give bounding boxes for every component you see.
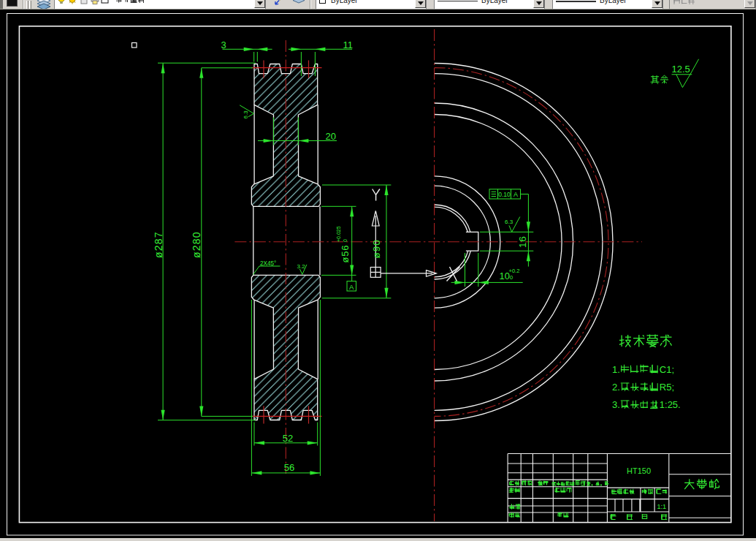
title-block-role-0: 设计 [508,488,520,494]
tech-req-cast-fillet-suffix: R5; [660,382,674,393]
title-block-field-0: 阶段标记 [611,489,635,496]
title-block: HT150 1:1 大带轮 标记 处数 分区 更改文件号 签名 年、月、日 设计… [508,466,719,522]
tech-req-title: 技术要求 [618,336,673,351]
linetype-value: ByLayer [481,0,508,4]
dim-text-chamfer: 2X45° [260,260,276,267]
linetype-dropdown[interactable]: ByLayer [434,0,545,10]
tech-req-unnoted-chamfer-num: 1. [612,364,620,375]
drawing-svg: 3 11 20 ø287 ø280 ø56 +0.025 0 ø90 52 56… [0,10,756,538]
layer-color-swatch [102,0,108,3]
tech-req-cast-draft-num: 3. [612,399,620,410]
lineweight-dropdown-arrow[interactable] [652,0,663,8]
title-block-header-2: 分区 [538,481,549,488]
title-block-header-4: 签名 [575,481,586,488]
color-value: ByLayer [331,0,358,4]
color-dropdown-arrow[interactable] [415,0,426,8]
toolbar: 粗实线层 ByLayer ByLayer ByLayer 随颜色 [0,0,756,10]
toolbar-separator [23,0,24,10]
paper-border [7,14,744,536]
datum-box-label: A [349,283,354,291]
roughness-rim-side: 6.3 [243,110,249,119]
title-block-role-3: 工艺 [508,512,520,519]
dim-text-hub-dia: ø90 [371,239,382,258]
title-block-sheet-1: 张 [627,515,633,522]
title-block-header-1: 处数 [521,481,533,488]
dim-text-bore-dia: ø56 [340,245,351,263]
title-block-sheet-0: 共 [610,515,616,522]
title-block-header-0: 标记 [508,481,521,488]
plotstyle-dropdown[interactable]: 随颜色 [669,0,756,10]
toolbar-grip[interactable] [26,1,28,9]
layer-previous-icon[interactable] [291,0,307,10]
title-block-material: HT150 [627,466,651,475]
dim-text-bore-tol-lower: 0 [343,239,348,242]
tech-req-cast-draft-text: 铸造斜度 [619,401,659,412]
title-block-part-name: 大带轮 [684,480,718,492]
dimension-texts: 3 11 20 ø287 ø280 ø56 +0.025 0 ø90 52 56… [153,39,690,473]
lineweight-sample [556,1,596,2]
surface-note-prefix: 其余 [650,76,669,87]
swatch-tool-icon[interactable] [7,0,18,10]
tech-req-unnoted-chamfer-suffix: C1; [660,364,674,375]
dim-text-keyway-width: 16 [517,235,528,248]
make-layer-current-icon[interactable] [272,0,288,10]
dim-text-keyway-tol-upper: +0.2 [509,268,520,274]
roughness-keyway: 6.3 [505,219,513,225]
tech-req-cast-fillet-text: 铸造圆角 [619,383,659,394]
layer-name: 粗实线层 [55,0,81,5]
dim-text-web-thickness: 20 [326,131,336,142]
plotstyle-dropdown-arrow [744,0,755,8]
drawing-canvas[interactable]: 3 11 20 ø287 ø280 ø56 +0.025 0 ø90 52 56… [0,10,756,538]
layer-manager-icon[interactable] [35,0,53,10]
toolbar-separator-2 [310,0,311,10]
title-block-field-1: 重量 [641,489,653,496]
title-block-role-2: 审核 [509,504,521,511]
status-bar-fragment [0,538,756,541]
tech-req-unnoted-chamfer-text: 未注倒角 [620,365,659,376]
toolbar-grip-2[interactable] [29,1,31,9]
toolbar-left-fragment [0,0,3,10]
surface-note-value: 12.5 [672,64,690,75]
title-block-field-2: 比例 [656,489,668,496]
tech-req-cast-draft-suffix: 1:25. [660,399,681,410]
dim-text-groove-offset: 3 [221,39,226,50]
color-swatch [319,0,326,4]
dim-text-outer-dia: ø287 [153,231,164,258]
dim-text-keyway-tol-lower: 0 [510,274,513,281]
dim-text-hub-length: 56 [284,462,294,473]
roughness-bore: 3.2 [297,263,306,270]
title-block-sheet-3: 张 [661,515,668,522]
plotstyle-value: 随颜色 [670,0,690,5]
linetype-sample [438,1,478,1]
title-block-header-3: 更改文件号 [552,482,575,487]
title-block-role-4: 批准 [557,512,569,519]
gdt-tolerance-text: 0.10 [498,191,511,198]
lineweight-value: ByLayer [600,0,627,4]
linetype-dropdown-arrow[interactable] [533,0,544,8]
dim-text-rim-width: 52 [283,433,293,444]
ucs-y-label: Y [372,190,380,203]
gdt-datum-text: A [513,191,518,198]
pick-box-marker [132,43,137,48]
layer-plot-icon[interactable] [91,0,99,4]
title-block-scale-value: 1:1 [657,503,667,510]
title-block-role-1: 标准化 [554,488,572,494]
tech-req-cast-fillet-num: 2. [612,382,620,393]
dim-text-bore-tol-upper: +0.025 [336,226,341,242]
layer-unlock-icon[interactable] [81,0,87,4]
ucs-x-label: X [445,269,456,284]
color-dropdown[interactable]: ByLayer [316,0,427,10]
dim-text-groove-width: 11 [343,39,354,50]
application-window: { "app": { "name": "AutoCAD drawing area… [0,0,756,541]
layer-dropdown-arrow[interactable] [254,0,265,8]
dim-text-pitch-dia: ø280 [191,231,202,258]
title-block-header-5: 年、月、日 [587,482,609,488]
title-block-sheet-2: 第 [641,515,648,522]
lineweight-dropdown[interactable]: ByLayer [552,0,663,10]
layer-dropdown[interactable]: 粗实线层 [54,0,266,10]
